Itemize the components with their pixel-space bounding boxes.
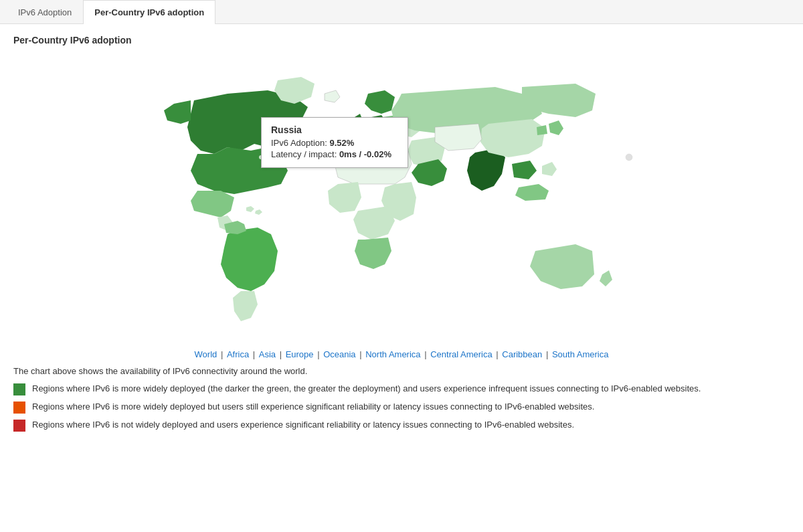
region-link-north-america[interactable]: North America <box>365 349 420 359</box>
region-links: World | Africa | Asia | Europe | Oceania… <box>13 349 790 359</box>
tooltip-latency-label: Latency / impact: <box>271 149 339 159</box>
legend-text-red: Regions where IPv6 is not widely deploye… <box>32 419 574 431</box>
legend-item-green: Regions where IPv6 is more widely deploy… <box>13 383 790 395</box>
tooltip-adoption-value: 9.52% <box>329 138 354 148</box>
legend-color-orange <box>13 402 25 414</box>
page-title: Per-Country IPv6 adoption <box>13 35 790 46</box>
country-japan-kyushu[interactable] <box>626 154 632 161</box>
tab-ipv6-adoption[interactable]: IPv6 Adoption <box>7 0 83 24</box>
country-central-asia[interactable] <box>435 124 482 151</box>
legend-color-red <box>13 420 25 432</box>
tab-per-country[interactable]: Per-Country IPv6 adoption <box>83 0 215 24</box>
region-link-europe[interactable]: Europe <box>286 349 314 359</box>
legend-text-green: Regions where IPv6 is more widely deploy… <box>32 383 701 395</box>
legend-list: Regions where IPv6 is more widely deploy… <box>13 383 790 432</box>
legend-text-orange: Regions where IPv6 is more widely deploy… <box>32 401 594 413</box>
region-link-africa[interactable]: Africa <box>227 349 249 359</box>
chart-description: The chart above shows the availability o… <box>13 366 790 376</box>
country-tooltip: Russia IPv6 Adoption: 9.52% Latency / im… <box>261 117 408 168</box>
main-content: Per-Country IPv6 adoption <box>0 24 803 448</box>
region-link-central-america[interactable]: Central America <box>430 349 492 359</box>
legend-item-orange: Regions where IPv6 is more widely deploy… <box>13 401 790 414</box>
region-link-oceania[interactable]: Oceania <box>323 349 355 359</box>
tooltip-adoption-label: IPv6 Adoption: <box>271 138 329 148</box>
tooltip-latency: Latency / impact: 0ms / -0.02% <box>271 149 398 159</box>
tab-bar: IPv6 Adoption Per-Country IPv6 adoption <box>0 0 803 24</box>
legend-color-green <box>13 383 25 395</box>
region-link-south-america[interactable]: South America <box>552 349 609 359</box>
region-link-world[interactable]: World <box>195 349 217 359</box>
region-link-asia[interactable]: Asia <box>259 349 276 359</box>
region-link-caribbean[interactable]: Caribbean <box>502 349 542 359</box>
tooltip-country-name: Russia <box>271 124 398 135</box>
tooltip-adoption: IPv6 Adoption: 9.52% <box>271 138 398 148</box>
tooltip-latency-value: 0ms / -0.02% <box>339 149 391 159</box>
legend-item-red: Regions where IPv6 is not widely deploye… <box>13 419 790 432</box>
map-container: Russia IPv6 Adoption: 9.52% Latency / im… <box>13 54 790 341</box>
world-map <box>147 54 656 341</box>
